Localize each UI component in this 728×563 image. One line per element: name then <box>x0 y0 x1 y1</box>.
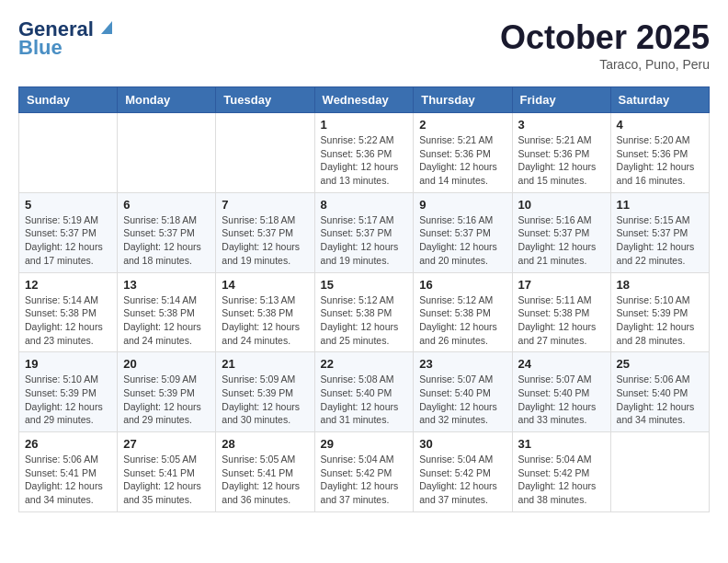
day-info: Sunrise: 5:06 AM Sunset: 5:40 PM Dayligh… <box>617 373 703 427</box>
weekday-header-wednesday: Wednesday <box>314 87 414 113</box>
weekday-header-tuesday: Tuesday <box>216 87 314 113</box>
day-number: 4 <box>617 118 703 132</box>
day-number: 20 <box>123 357 210 371</box>
day-number: 31 <box>518 437 605 451</box>
calendar-empty-cell <box>216 113 314 193</box>
calendar-day-6: 6Sunrise: 5:18 AM Sunset: 5:37 PM Daylig… <box>118 192 216 272</box>
location-subtitle: Taraco, Puno, Peru <box>500 57 710 72</box>
day-info: Sunrise: 5:14 AM Sunset: 5:38 PM Dayligh… <box>25 293 111 348</box>
calendar-day-28: 28Sunrise: 5:05 AM Sunset: 5:41 PM Dayli… <box>216 432 314 512</box>
calendar-day-5: 5Sunrise: 5:19 AM Sunset: 5:37 PM Daylig… <box>19 192 118 272</box>
calendar-week-row: 1Sunrise: 5:22 AM Sunset: 5:36 PM Daylig… <box>19 113 710 193</box>
day-info: Sunrise: 5:12 AM Sunset: 5:38 PM Dayligh… <box>419 293 506 348</box>
calendar-empty-cell <box>19 113 118 193</box>
calendar-week-row: 5Sunrise: 5:19 AM Sunset: 5:37 PM Daylig… <box>19 192 710 272</box>
calendar-day-27: 27Sunrise: 5:05 AM Sunset: 5:41 PM Dayli… <box>118 432 216 512</box>
day-number: 22 <box>321 357 408 371</box>
day-info: Sunrise: 5:07 AM Sunset: 5:40 PM Dayligh… <box>419 373 506 427</box>
calendar-day-31: 31Sunrise: 5:04 AM Sunset: 5:42 PM Dayli… <box>512 432 610 512</box>
calendar-week-row: 19Sunrise: 5:10 AM Sunset: 5:39 PM Dayli… <box>19 352 710 432</box>
calendar-day-14: 14Sunrise: 5:13 AM Sunset: 5:38 PM Dayli… <box>216 272 314 352</box>
calendar-empty-cell <box>118 113 216 193</box>
day-number: 23 <box>419 357 506 371</box>
day-info: Sunrise: 5:21 AM Sunset: 5:36 PM Dayligh… <box>518 133 605 188</box>
day-info: Sunrise: 5:22 AM Sunset: 5:36 PM Dayligh… <box>321 133 408 188</box>
calendar-day-20: 20Sunrise: 5:09 AM Sunset: 5:39 PM Dayli… <box>118 352 216 432</box>
day-info: Sunrise: 5:18 AM Sunset: 5:37 PM Dayligh… <box>222 213 308 268</box>
day-number: 10 <box>518 198 605 212</box>
day-info: Sunrise: 5:14 AM Sunset: 5:38 PM Dayligh… <box>123 293 210 348</box>
title-section: October 2025 Taraco, Puno, Peru <box>500 18 710 72</box>
day-number: 21 <box>222 357 308 371</box>
calendar-day-30: 30Sunrise: 5:04 AM Sunset: 5:42 PM Dayli… <box>414 432 512 512</box>
weekday-header-sunday: Sunday <box>19 87 118 113</box>
calendar-day-18: 18Sunrise: 5:10 AM Sunset: 5:39 PM Dayli… <box>610 272 709 352</box>
day-number: 12 <box>25 278 111 292</box>
calendar-week-row: 12Sunrise: 5:14 AM Sunset: 5:38 PM Dayli… <box>19 272 710 352</box>
day-info: Sunrise: 5:17 AM Sunset: 5:37 PM Dayligh… <box>321 213 408 268</box>
day-number: 9 <box>419 198 506 212</box>
calendar-day-10: 10Sunrise: 5:16 AM Sunset: 5:37 PM Dayli… <box>512 192 610 272</box>
calendar-day-1: 1Sunrise: 5:22 AM Sunset: 5:36 PM Daylig… <box>314 113 414 193</box>
day-info: Sunrise: 5:15 AM Sunset: 5:37 PM Dayligh… <box>617 213 703 268</box>
day-number: 8 <box>321 198 408 212</box>
month-title: October 2025 <box>500 18 710 57</box>
day-info: Sunrise: 5:20 AM Sunset: 5:36 PM Dayligh… <box>617 133 703 188</box>
day-number: 27 <box>123 437 210 451</box>
calendar-day-21: 21Sunrise: 5:09 AM Sunset: 5:39 PM Dayli… <box>216 352 314 432</box>
day-info: Sunrise: 5:05 AM Sunset: 5:41 PM Dayligh… <box>222 453 308 507</box>
calendar-day-16: 16Sunrise: 5:12 AM Sunset: 5:38 PM Dayli… <box>414 272 512 352</box>
day-number: 18 <box>617 278 703 292</box>
day-info: Sunrise: 5:10 AM Sunset: 5:39 PM Dayligh… <box>617 293 703 348</box>
calendar-table: SundayMondayTuesdayWednesdayThursdayFrid… <box>18 86 710 512</box>
calendar-day-11: 11Sunrise: 5:15 AM Sunset: 5:37 PM Dayli… <box>610 192 709 272</box>
day-number: 13 <box>123 278 210 292</box>
calendar-day-13: 13Sunrise: 5:14 AM Sunset: 5:38 PM Dayli… <box>118 272 216 352</box>
svg-marker-0 <box>101 21 112 34</box>
calendar-day-15: 15Sunrise: 5:12 AM Sunset: 5:38 PM Dayli… <box>314 272 414 352</box>
day-number: 6 <box>123 198 210 212</box>
day-info: Sunrise: 5:16 AM Sunset: 5:37 PM Dayligh… <box>419 213 506 268</box>
weekday-header-row: SundayMondayTuesdayWednesdayThursdayFrid… <box>19 87 710 113</box>
day-info: Sunrise: 5:04 AM Sunset: 5:42 PM Dayligh… <box>518 453 605 507</box>
calendar-day-23: 23Sunrise: 5:07 AM Sunset: 5:40 PM Dayli… <box>414 352 512 432</box>
day-number: 3 <box>518 118 605 132</box>
calendar-day-17: 17Sunrise: 5:11 AM Sunset: 5:38 PM Dayli… <box>512 272 610 352</box>
day-info: Sunrise: 5:11 AM Sunset: 5:38 PM Dayligh… <box>518 293 605 348</box>
calendar-day-2: 2Sunrise: 5:21 AM Sunset: 5:36 PM Daylig… <box>414 113 512 193</box>
day-info: Sunrise: 5:06 AM Sunset: 5:41 PM Dayligh… <box>25 453 111 507</box>
day-info: Sunrise: 5:04 AM Sunset: 5:42 PM Dayligh… <box>419 453 506 507</box>
day-number: 17 <box>518 278 605 292</box>
day-number: 1 <box>321 118 408 132</box>
calendar-week-row: 26Sunrise: 5:06 AM Sunset: 5:41 PM Dayli… <box>19 432 710 512</box>
calendar-day-24: 24Sunrise: 5:07 AM Sunset: 5:40 PM Dayli… <box>512 352 610 432</box>
day-number: 28 <box>222 437 308 451</box>
calendar-day-29: 29Sunrise: 5:04 AM Sunset: 5:42 PM Dayli… <box>314 432 414 512</box>
day-info: Sunrise: 5:07 AM Sunset: 5:40 PM Dayligh… <box>518 373 605 427</box>
day-info: Sunrise: 5:16 AM Sunset: 5:37 PM Dayligh… <box>518 213 605 268</box>
calendar-day-9: 9Sunrise: 5:16 AM Sunset: 5:37 PM Daylig… <box>414 192 512 272</box>
day-info: Sunrise: 5:09 AM Sunset: 5:39 PM Dayligh… <box>123 373 210 427</box>
day-number: 7 <box>222 198 308 212</box>
day-info: Sunrise: 5:10 AM Sunset: 5:39 PM Dayligh… <box>25 373 111 427</box>
weekday-header-saturday: Saturday <box>610 87 709 113</box>
day-info: Sunrise: 5:12 AM Sunset: 5:38 PM Dayligh… <box>321 293 408 348</box>
day-info: Sunrise: 5:09 AM Sunset: 5:39 PM Dayligh… <box>222 373 308 427</box>
calendar-day-12: 12Sunrise: 5:14 AM Sunset: 5:38 PM Dayli… <box>19 272 118 352</box>
day-number: 25 <box>617 357 703 371</box>
calendar-day-19: 19Sunrise: 5:10 AM Sunset: 5:39 PM Dayli… <box>19 352 118 432</box>
calendar-day-22: 22Sunrise: 5:08 AM Sunset: 5:40 PM Dayli… <box>314 352 414 432</box>
day-number: 24 <box>518 357 605 371</box>
day-number: 19 <box>25 357 111 371</box>
logo: General Blue <box>18 18 116 59</box>
day-info: Sunrise: 5:04 AM Sunset: 5:42 PM Dayligh… <box>321 453 408 507</box>
day-number: 14 <box>222 278 308 292</box>
day-number: 15 <box>321 278 408 292</box>
calendar-day-26: 26Sunrise: 5:06 AM Sunset: 5:41 PM Dayli… <box>19 432 118 512</box>
day-info: Sunrise: 5:19 AM Sunset: 5:37 PM Dayligh… <box>25 213 111 268</box>
day-info: Sunrise: 5:13 AM Sunset: 5:38 PM Dayligh… <box>222 293 308 348</box>
day-number: 26 <box>25 437 111 451</box>
calendar-day-3: 3Sunrise: 5:21 AM Sunset: 5:36 PM Daylig… <box>512 113 610 193</box>
weekday-header-friday: Friday <box>512 87 610 113</box>
calendar-empty-cell <box>610 432 709 512</box>
